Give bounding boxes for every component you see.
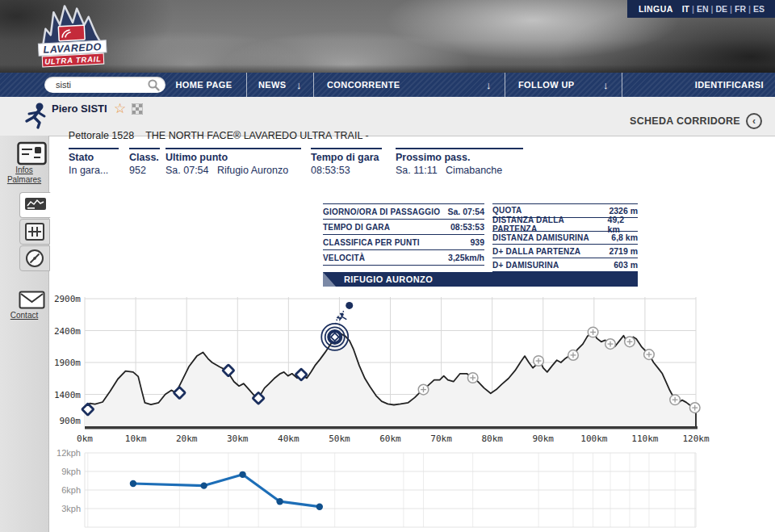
info-row: D+ DALLA PARTENZA2719 m (492, 245, 638, 258)
info-value: 3,25km/h (448, 253, 484, 262)
nav-news[interactable]: NEWS ↓ (246, 73, 313, 97)
search-box[interactable] (44, 77, 165, 93)
race-name: THE NORTH FACE® LAVAREDO ULTRA TRAIL - (145, 130, 368, 141)
checkpoint-upcoming-marker[interactable] (568, 350, 579, 361)
search-icon[interactable] (147, 78, 161, 92)
y-axis-label: 900m (60, 416, 82, 426)
x-axis-label: 20km (176, 434, 198, 444)
checkpoint-upcoming-marker[interactable] (467, 373, 478, 383)
status-class: Class. 952 (129, 148, 160, 176)
tab-compass[interactable] (19, 245, 50, 271)
down-arrow-icon: ↓ (603, 79, 609, 91)
profile-chart-icon (24, 197, 47, 213)
contact-envelope-icon[interactable] (19, 291, 45, 309)
checkpoint-upcoming-marker[interactable] (670, 395, 681, 405)
sidebar-link-infos[interactable]: Infos (0, 165, 48, 174)
runner-position-dot (346, 302, 353, 309)
info-value: 2719 m (609, 246, 638, 256)
passage-info-left: GIORNO/ORA DI PASSAGGIOSa. 07:54TEMPO DI… (323, 203, 484, 266)
y-axis-label: 1400m (54, 390, 81, 400)
x-axis-label: 120km (682, 434, 709, 444)
x-axis-label: 10km (125, 434, 147, 444)
info-value: 603 m (614, 260, 638, 270)
language-option-en[interactable]: EN (697, 4, 709, 14)
y-axis-label: 12kph (57, 448, 81, 458)
sidebar-link-contact[interactable]: Contact (0, 311, 48, 320)
checkpoint-upcoming-marker[interactable] (588, 327, 598, 337)
y-axis-label: 6kph (61, 485, 81, 495)
compass-icon (24, 248, 45, 269)
x-axis-label: 100km (580, 434, 607, 444)
x-axis-label: 40km (278, 434, 300, 444)
nav-home-page[interactable]: HOME PAGE (161, 73, 246, 97)
info-value: 08:53:53 (450, 222, 484, 232)
y-axis-label: 2400m (54, 326, 81, 337)
x-axis-label: 70km (430, 434, 452, 444)
language-label: LINGUA (639, 4, 673, 14)
checkpoint-upcoming-marker[interactable] (418, 384, 429, 395)
separator: | (711, 4, 714, 14)
speed-point[interactable] (200, 482, 207, 488)
infos-card-icon[interactable] (17, 141, 47, 166)
nav-identificarsi[interactable]: IDENTIFICARSI (622, 73, 775, 97)
info-label: CLASSIFICA PER PUNTI (323, 238, 420, 247)
sidebar-link-palmares[interactable]: Palmares (0, 175, 48, 184)
x-axis-label: 60km (379, 434, 401, 444)
info-row: GIORNO/ORA DI PASSAGGIOSa. 07:54 (323, 204, 484, 220)
down-arrow-icon: ↓ (486, 79, 492, 91)
back-circle-icon: ‹ (746, 113, 762, 129)
tab-profile-chart[interactable] (19, 192, 51, 218)
status-stato: Stato In gara... (69, 148, 119, 176)
speed-point[interactable] (239, 471, 245, 478)
info-label: TEMPO DI GARA (323, 223, 390, 232)
language-bar: LINGUA IT|EN|DE|FR|ES (627, 0, 775, 18)
checkpoint-upcoming-marker[interactable] (605, 339, 616, 350)
y-axis-label: 3kph (61, 504, 81, 513)
info-value: 6,8 km (611, 232, 638, 242)
checkpoint-upcoming-marker[interactable] (534, 356, 544, 367)
favorite-star-icon[interactable]: ☆ (114, 100, 126, 117)
x-axis-label: 90km (533, 434, 555, 444)
down-arrow-icon: ↓ (296, 79, 302, 91)
info-row: DISTANZA DAMISURINA6,8 km (492, 232, 638, 245)
checkpoint-upcoming-marker[interactable] (625, 337, 635, 347)
speed-line (133, 475, 320, 507)
y-axis-label: 2900m (54, 294, 81, 304)
search-input[interactable] (54, 79, 147, 90)
speed-point[interactable] (130, 480, 136, 487)
info-label: VELOCITÀ (323, 253, 365, 262)
x-axis-label: 80km (481, 434, 503, 444)
nav-follow-up[interactable]: FOLLOW UP ↓ (505, 73, 622, 97)
info-label: QUOTA (492, 206, 522, 215)
speed-chart[interactable]: 12kph9kph6kph3kph (48, 444, 775, 532)
speed-point[interactable] (276, 498, 283, 505)
scheda-corridore-button[interactable]: SCHEDA CORRIDORE ‹ (630, 113, 762, 129)
language-option-de[interactable]: DE (715, 4, 727, 14)
language-option-es[interactable]: ES (753, 4, 765, 14)
nav-concorrente[interactable]: CONCORRENTE ↓ (313, 73, 505, 97)
checkpoint-upcoming-marker[interactable] (644, 350, 655, 360)
status-ultimo-punto: Ultimo punto Sa. 07:54 Rifugio Auronzo (165, 148, 301, 176)
tab-crossings[interactable] (19, 219, 50, 245)
separator: | (730, 4, 732, 14)
info-label: D+ DAMISURINA (492, 261, 559, 270)
runner-header: Piero SISTI ☆ Pettorale 1528THE NORTH FA… (0, 97, 775, 136)
info-value: 939 (470, 237, 484, 247)
runner-name: Piero SISTI (52, 103, 107, 115)
info-row: VELOCITÀ3,25km/h (323, 250, 484, 266)
elevation-chart[interactable]: 2900m2400m1900m1400m900m0km10km20km30km4… (48, 283, 775, 448)
language-option-it[interactable]: IT (682, 4, 689, 14)
language-options: IT|EN|DE|FR|ES (680, 4, 767, 14)
info-row: D+ DAMISURINA603 m (492, 258, 638, 272)
separator: | (692, 4, 694, 14)
checkpoint-upcoming-marker[interactable] (689, 403, 700, 413)
race-logo[interactable]: LAVAREDO ULTRA TRAIL (31, 0, 113, 75)
speed-point[interactable] (316, 504, 323, 510)
photos-checker-icon[interactable] (132, 103, 143, 115)
x-axis-label: 0km (77, 434, 93, 444)
x-axis-label: 110km (631, 434, 658, 444)
info-label: DISTANZA DALLA PARTENZA (492, 216, 608, 233)
main-nav: HOME PAGE NEWS ↓ CONCORRENTE ↓ FOLLOW UP… (0, 73, 775, 97)
status-tempo-di-gara: Tempo di gara 08:53:53 (311, 148, 382, 176)
language-option-fr[interactable]: FR (735, 4, 746, 14)
